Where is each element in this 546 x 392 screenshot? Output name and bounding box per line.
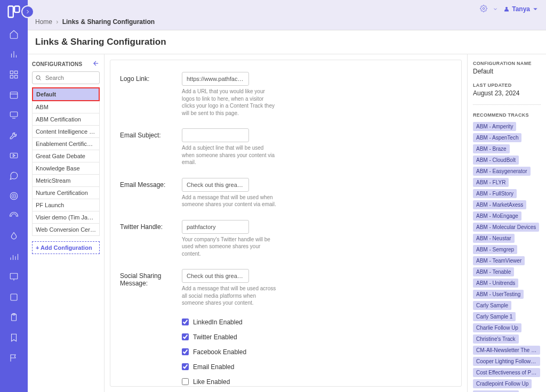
config-item[interactable]: Great Gate Debate [32, 150, 100, 162]
track-tag[interactable]: ABM - UserTesting [473, 290, 524, 299]
svg-rect-9 [10, 92, 18, 99]
clipboard-icon[interactable] [9, 312, 19, 323]
search-icon [35, 75, 42, 81]
track-tag[interactable]: ABM - MoEngage [473, 211, 521, 220]
track-tag[interactable]: ABM - AspenTech [473, 133, 521, 142]
config-name-value: Default [473, 68, 541, 75]
track-tag[interactable]: ABM - FLYR [473, 178, 509, 187]
track-tag[interactable]: ABM - Tenable [473, 267, 514, 276]
config-item[interactable]: PF Launch [32, 199, 100, 211]
svg-point-17 [13, 195, 14, 197]
svg-point-15 [10, 192, 18, 200]
grid-icon[interactable] [9, 69, 19, 80]
track-tag[interactable]: Cooper Lighting Follow Up [473, 357, 540, 366]
topbar: Tanya [28, 0, 546, 18]
config-item[interactable]: Visier demo (Tim Jan 20… [32, 211, 100, 224]
last-updated-value: August 23, 2024 [473, 89, 541, 97]
bars-icon[interactable] [9, 251, 19, 262]
social-message-input[interactable] [182, 269, 249, 283]
config-item[interactable]: Nurture Certification [32, 187, 100, 199]
svg-rect-8 [15, 76, 18, 78]
config-sidebar: CONFIGURATIONS DefaultABMABM Certificati… [28, 54, 105, 392]
breadcrumb-current: Links & Sharing Configuration [62, 18, 155, 26]
config-name-label: CONFIGURATION NAME [473, 61, 541, 66]
tools-icon[interactable] [9, 130, 19, 141]
social-message-help: Add a message that will be used across a… [182, 285, 278, 307]
info-panel: CONFIGURATION NAME Default LAST UPDATED … [467, 54, 546, 392]
bookmark-icon[interactable] [9, 332, 19, 343]
facebook-checkbox[interactable]: Facebook Enabled [182, 348, 452, 356]
calendar-icon[interactable] [9, 89, 19, 100]
track-tag[interactable]: ABM - Unitrends [473, 279, 518, 288]
email-subject-input[interactable] [182, 128, 249, 142]
tracks-label: RECOMMEND TRACKS [473, 112, 541, 118]
svg-rect-22 [10, 273, 18, 279]
track-tag[interactable]: ABM - Neustar [473, 234, 515, 243]
track-tag[interactable]: Carly Sample [473, 301, 511, 310]
box-icon[interactable] [9, 292, 19, 303]
svg-rect-0 [9, 6, 13, 18]
collapse-icon[interactable] [92, 60, 100, 68]
svg-rect-11 [10, 112, 18, 117]
config-item[interactable]: Knowledge Base [32, 162, 100, 175]
track-tag[interactable]: Cost Effectiveness of Pat… [473, 368, 540, 377]
config-item[interactable]: ABM Certification [32, 113, 100, 126]
user-name: Tanya [512, 5, 530, 13]
twitter-handle-label: Twitter Handle: [120, 220, 176, 231]
user-menu[interactable]: Tanya [503, 5, 539, 13]
search-input[interactable] [32, 71, 100, 84]
drop-icon[interactable] [9, 231, 19, 242]
like-checkbox[interactable]: Like Enabled [182, 378, 452, 386]
presentation-icon[interactable] [9, 272, 19, 282]
chart-icon[interactable] [9, 49, 19, 60]
chat-icon[interactable] [9, 170, 19, 181]
twitter-handle-input[interactable] [182, 220, 249, 234]
svg-rect-5 [10, 71, 13, 74]
email-checkbox[interactable]: Email Enabled [182, 363, 452, 371]
track-tag[interactable]: CM-All-Newsletter The Pa… [473, 346, 540, 355]
config-item[interactable]: Default [32, 87, 100, 101]
expand-sidebar-button[interactable] [21, 5, 34, 18]
email-message-help: Add a message that will be used when som… [182, 194, 278, 208]
track-tag[interactable]: ABM - Braze [473, 144, 510, 153]
track-tag[interactable]: ABM - CloudBolt [473, 156, 519, 165]
linkedin-checkbox[interactable]: LinkedIn Enabled [182, 318, 452, 326]
gear-icon[interactable] [480, 5, 487, 14]
target-icon[interactable] [9, 191, 19, 201]
track-tag[interactable]: Charlie Follow Up [473, 323, 521, 332]
track-tag[interactable]: ABM - Amperity [473, 122, 516, 131]
email-subject-label: Email Subject: [120, 128, 176, 139]
track-tag[interactable]: ABM - TeamViewer [473, 256, 525, 265]
chevron-down-icon[interactable] [493, 6, 498, 12]
logo-link-input[interactable] [182, 72, 249, 86]
track-tag[interactable]: Cradlepoint Follow Up [473, 379, 532, 388]
add-configuration-button[interactable]: + Add Configuration [32, 241, 100, 254]
svg-point-16 [12, 194, 16, 198]
track-tag[interactable]: ABM - Molecular Devices [473, 223, 539, 232]
svg-marker-14 [13, 154, 15, 157]
flag-icon[interactable] [9, 353, 19, 363]
gauge-icon[interactable] [9, 211, 19, 222]
twitter-checkbox[interactable]: Twitter Enabled [182, 333, 452, 341]
config-item[interactable]: MetricStream [32, 175, 100, 187]
chevron-right-icon: › [56, 18, 58, 26]
video-icon[interactable] [9, 150, 19, 161]
track-tag[interactable]: ABM - Semgrep [473, 245, 517, 254]
track-tag[interactable]: Christine's Track [473, 334, 519, 344]
app-logo[interactable] [6, 4, 21, 19]
nav-rail [0, 0, 28, 392]
config-item[interactable]: Enablement Certification [32, 138, 100, 150]
track-tag[interactable]: ABM - MarketAxess [473, 200, 526, 209]
track-tag[interactable]: Carly Sample 1 [473, 312, 516, 321]
config-item[interactable]: ABM [32, 101, 100, 113]
home-icon[interactable] [9, 29, 19, 39]
track-tag[interactable]: ABM - Easygenerator [473, 167, 531, 176]
email-message-input[interactable] [182, 178, 249, 192]
track-tag[interactable]: ABM - FullStory [473, 189, 517, 198]
svg-rect-13 [10, 153, 18, 158]
config-item[interactable]: Web Conversion Certifica… [32, 224, 100, 236]
config-item[interactable]: Content Intelligence Cert… [32, 126, 100, 138]
svg-point-27 [483, 7, 485, 10]
breadcrumb-home[interactable]: Home [35, 18, 52, 26]
monitor-icon[interactable] [9, 110, 19, 120]
